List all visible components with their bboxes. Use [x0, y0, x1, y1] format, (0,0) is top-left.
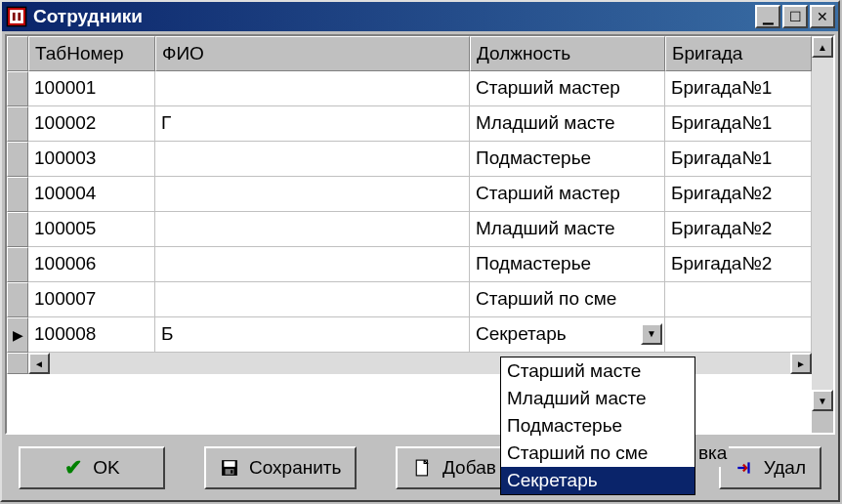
- close-icon: ✕: [817, 9, 828, 24]
- data-grid[interactable]: ТабНомер ФИО Должность Бригада 100001 Ст…: [5, 34, 835, 435]
- cell-tab[interactable]: 100006: [28, 247, 155, 282]
- vscroll-track[interactable]: [812, 58, 833, 390]
- cell-pos[interactable]: Старший по сме: [470, 282, 665, 317]
- cell-pos[interactable]: Старший мастер: [470, 177, 665, 212]
- row-indicator[interactable]: [7, 212, 28, 247]
- dropdown-option-selected[interactable]: Секретарь: [501, 467, 695, 494]
- col-header-tab[interactable]: ТабНомер: [28, 36, 155, 71]
- dropdown-option[interactable]: Старший по смевка: [501, 440, 695, 467]
- ok-button-label: OK: [93, 457, 119, 479]
- triangle-up-icon: ▲: [818, 42, 827, 53]
- row-indicator[interactable]: [7, 142, 28, 177]
- cell-brg[interactable]: Бригада№1: [665, 71, 812, 106]
- cell-fio[interactable]: [155, 177, 470, 212]
- new-document-icon: [413, 458, 433, 478]
- vertical-scrollbar[interactable]: ▲ ▼: [812, 36, 833, 433]
- svg-rect-2: [13, 13, 16, 21]
- row-indicator-active[interactable]: ▶: [7, 317, 28, 353]
- add-button[interactable]: Добав: [396, 446, 513, 489]
- close-button[interactable]: ✕: [810, 5, 835, 28]
- cell-brg[interactable]: Бригада№2: [665, 212, 812, 247]
- row-indicator[interactable]: [7, 177, 28, 212]
- scroll-left-button[interactable]: ◄: [28, 353, 50, 374]
- ok-button[interactable]: ✔ OK: [19, 446, 165, 489]
- cell-pos[interactable]: Младший масте: [470, 212, 665, 247]
- row-indicator-header[interactable]: [7, 36, 28, 71]
- col-header-brg[interactable]: Бригада: [665, 36, 812, 71]
- col-header-pos[interactable]: Должность: [470, 36, 665, 71]
- cell-fio[interactable]: [155, 71, 470, 106]
- position-dropdown-button[interactable]: ▼: [641, 323, 662, 345]
- cell-tab[interactable]: 100003: [28, 142, 155, 177]
- cell-fio[interactable]: [155, 247, 470, 282]
- cell-fio[interactable]: Г: [155, 106, 470, 142]
- minimize-button[interactable]: ▁: [755, 5, 780, 28]
- titlebar[interactable]: Сотрудники ▁ ☐ ✕: [2, 2, 838, 31]
- triangle-left-icon: ◄: [34, 358, 44, 369]
- window-title: Сотрудники: [33, 6, 755, 27]
- table-row-active[interactable]: ▶ 100008 Б Секретарь ▼: [7, 317, 812, 353]
- table-row[interactable]: 100005 Младший масте Бригада№2: [7, 212, 812, 247]
- scroll-corner: [812, 411, 833, 433]
- window-controls: ▁ ☐ ✕: [755, 5, 835, 28]
- cell-fio[interactable]: [155, 212, 470, 247]
- save-button-label: Сохранить: [249, 457, 341, 479]
- cell-fio[interactable]: [155, 282, 470, 317]
- grid-corner-left: [7, 353, 28, 374]
- cell-pos[interactable]: Старший мастер: [470, 71, 665, 106]
- scroll-down-button[interactable]: ▼: [812, 390, 833, 411]
- delete-button[interactable]: Удал: [719, 446, 821, 489]
- grid-header-row: ТабНомер ФИО Должность Бригада: [7, 36, 812, 71]
- svg-rect-7: [231, 470, 232, 473]
- cell-fio[interactable]: Б: [155, 317, 470, 353]
- svg-rect-5: [224, 461, 234, 467]
- col-header-fio[interactable]: ФИО: [155, 36, 470, 71]
- row-indicator[interactable]: [7, 106, 28, 142]
- cell-brg[interactable]: Бригада№2: [665, 177, 812, 212]
- cell-tab[interactable]: 100002: [28, 106, 155, 142]
- table-row[interactable]: 100002 Г Младший масте Бригада№1: [7, 106, 812, 142]
- minimize-icon: ▁: [763, 9, 774, 24]
- scroll-up-button[interactable]: ▲: [812, 36, 833, 58]
- option-text: Старший по сме: [507, 442, 648, 463]
- row-indicator[interactable]: [7, 282, 28, 317]
- save-button[interactable]: Сохранить: [204, 446, 357, 489]
- cell-brg[interactable]: [665, 317, 812, 353]
- table-row[interactable]: 100004 Старший мастер Бригада№2: [7, 177, 812, 212]
- table-row[interactable]: 100007 Старший по сме: [7, 282, 812, 317]
- cell-pos[interactable]: Младший масте: [470, 106, 665, 142]
- row-indicator[interactable]: [7, 247, 28, 282]
- cell-tab[interactable]: 100008: [28, 317, 155, 353]
- row-indicator[interactable]: [7, 71, 28, 106]
- floppy-icon: [220, 458, 239, 478]
- cell-brg[interactable]: [665, 282, 812, 317]
- position-dropdown-list[interactable]: Старший масте Младший масте Подмастерье …: [500, 357, 695, 495]
- add-button-label: Добав: [442, 457, 496, 479]
- dropdown-option[interactable]: Подмастерье: [501, 412, 695, 440]
- svg-rect-1: [10, 10, 23, 23]
- cell-tab[interactable]: 100007: [28, 282, 155, 317]
- maximize-button[interactable]: ☐: [782, 5, 808, 28]
- scroll-right-button[interactable]: ►: [790, 353, 812, 374]
- cell-pos[interactable]: Подмастерье: [470, 247, 665, 282]
- table-row[interactable]: 100006 Подмастерье Бригада№2: [7, 247, 812, 282]
- cell-tab[interactable]: 100004: [28, 177, 155, 212]
- maximize-icon: ☐: [789, 9, 802, 24]
- chevron-down-icon: ▼: [647, 317, 656, 351]
- dropdown-option[interactable]: Старший масте: [501, 357, 695, 385]
- cell-pos[interactable]: Подмастерье: [470, 142, 665, 177]
- cell-brg[interactable]: Бригада№2: [665, 247, 812, 282]
- svg-rect-3: [18, 13, 21, 21]
- cell-pos-combo[interactable]: Секретарь ▼: [470, 317, 665, 353]
- client-area: ТабНомер ФИО Должность Бригада 100001 Ст…: [2, 31, 838, 500]
- cell-brg[interactable]: Бригада№1: [665, 106, 812, 142]
- cell-tab[interactable]: 100005: [28, 212, 155, 247]
- table-row[interactable]: 100003 Подмастерье Бригада№1: [7, 142, 812, 177]
- app-icon: [6, 6, 27, 27]
- cell-fio[interactable]: [155, 142, 470, 177]
- cell-brg[interactable]: Бригада№1: [665, 142, 812, 177]
- table-row[interactable]: 100001 Старший мастер Бригада№1: [7, 71, 812, 106]
- check-icon: ✔: [63, 458, 83, 478]
- dropdown-option[interactable]: Младший масте: [501, 385, 695, 412]
- cell-tab[interactable]: 100001: [28, 71, 155, 106]
